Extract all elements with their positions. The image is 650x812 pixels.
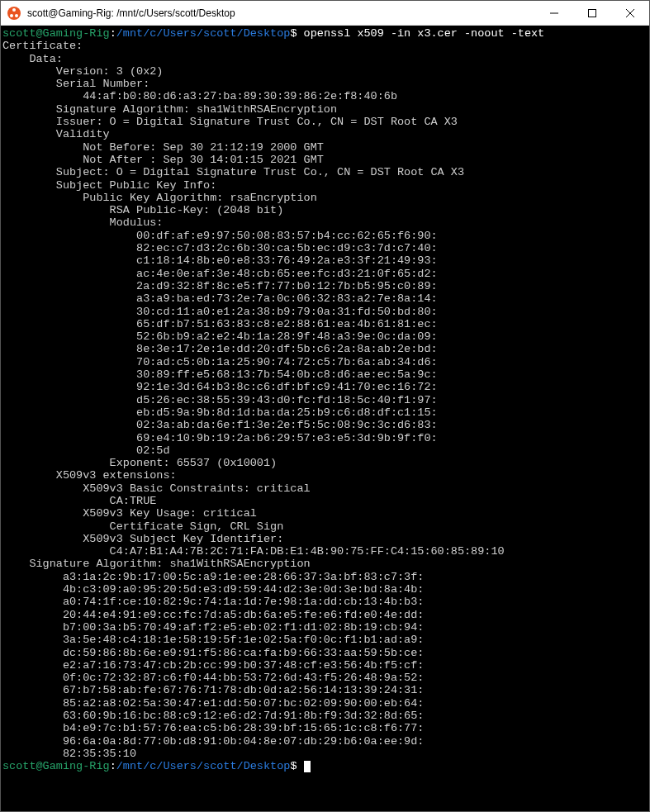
output-line: a3:a9:ba:ed:73:2e:7a:0c:06:32:83:a2:7e:8… bbox=[2, 292, 438, 305]
output-line: C4:A7:B1:A4:7B:2C:71:FA:DB:E1:4B:90:75:F… bbox=[2, 545, 505, 558]
output-line: 85:a2:a8:02:5a:30:47:e1:dd:50:07:bc:02:0… bbox=[2, 697, 424, 710]
output-line: b4:e9:7c:b1:57:76:ea:c5:b6:28:39:bf:15:6… bbox=[2, 722, 424, 734]
prompt-line-1: scott@Gaming-Rig:/mnt/c/Users/scott/Desk… bbox=[2, 27, 544, 40]
output-line: Subject Public Key Info: bbox=[2, 179, 216, 192]
output-line: 2a:d9:32:8f:8c:e5:f7:77:b0:12:7b:b5:95:c… bbox=[2, 280, 438, 292]
output-line: Modulus: bbox=[2, 216, 163, 229]
window-title: scott@Gaming-Rig: /mnt/c/Users/scott/Des… bbox=[27, 7, 535, 19]
output-line: 96:6a:0a:8d:77:0b:d8:91:0b:04:8e:07:db:2… bbox=[2, 735, 424, 748]
window-controls bbox=[535, 1, 649, 26]
output-line: 65:df:b7:51:63:83:c8:e2:88:61:ea:4b:61:8… bbox=[2, 318, 438, 330]
output-line: Validity bbox=[2, 128, 110, 140]
output-line: 52:6b:b9:a2:e2:4b:1a:28:9f:48:a3:9e:0c:d… bbox=[2, 330, 438, 343]
output-line: RSA Public-Key: (2048 bit) bbox=[2, 204, 283, 216]
titlebar[interactable]: scott@Gaming-Rig: /mnt/c/Users/scott/Des… bbox=[1, 1, 649, 26]
prompt-path: /mnt/c/Users/scott/Desktop bbox=[116, 760, 291, 772]
output-line: b7:00:3a:b5:70:49:af:f2:e5:eb:02:f1:d1:0… bbox=[2, 621, 424, 634]
terminal-window: scott@Gaming-Rig: /mnt/c/Users/scott/Des… bbox=[0, 0, 650, 812]
output-line: Not After : Sep 30 14:01:15 2021 GMT bbox=[2, 154, 324, 166]
output-line: 63:60:9b:16:bc:88:c9:12:e6:d2:7d:91:8b:f… bbox=[2, 710, 424, 722]
output-line: 30:89:ff:e5:68:13:7b:54:0b:c8:d6:ae:ec:5… bbox=[2, 368, 438, 381]
output-line: 02:3a:ab:da:6e:f1:3e:2e:f5:5c:08:9c:3c:d… bbox=[2, 419, 438, 431]
output-line: 3a:5e:48:c4:18:1e:58:19:5f:1e:02:5a:f0:0… bbox=[2, 634, 424, 646]
output-line: 0f:0c:72:32:87:c6:f0:44:bb:53:72:6d:43:f… bbox=[2, 672, 424, 684]
prompt-line-2: scott@Gaming-Rig:/mnt/c/Users/scott/Desk… bbox=[2, 760, 311, 772]
output-line: Serial Number: bbox=[2, 78, 149, 90]
output-line: ac:4e:0e:af:3e:48:cb:65:ee:fc:d3:21:0f:6… bbox=[2, 268, 438, 280]
output-line: X509v3 Subject Key Identifier: bbox=[2, 533, 283, 545]
command-text: openssl x509 -in x3.cer -noout -text bbox=[304, 27, 545, 40]
output-line: e2:a7:16:73:47:cb:2b:cc:99:b0:37:48:cf:e… bbox=[2, 659, 424, 672]
output-line: eb:d5:9a:9b:8d:1d:ba:da:25:b9:c6:d8:df:c… bbox=[2, 406, 438, 419]
output-line: 82:ec:c7:d3:2c:6b:30:ca:5b:ec:d9:c3:7d:c… bbox=[2, 242, 438, 254]
output-line: X509v3 Basic Constraints: critical bbox=[2, 482, 311, 495]
output-line: dc:59:86:8b:6e:e9:91:f5:86:ca:fa:b9:66:3… bbox=[2, 647, 424, 659]
output-line: CA:TRUE bbox=[2, 495, 156, 507]
output-line: Version: 3 (0x2) bbox=[2, 65, 163, 78]
output-line: Data: bbox=[2, 53, 63, 65]
output-line: Issuer: O = Digital Signature Trust Co.,… bbox=[2, 116, 458, 128]
output-line: 02:5d bbox=[2, 444, 170, 457]
output-line: Public Key Algorithm: rsaEncryption bbox=[2, 192, 317, 204]
prompt-user: scott@Gaming-Rig bbox=[2, 760, 110, 772]
output-line: X509v3 extensions: bbox=[2, 469, 177, 482]
output-line: c1:18:14:8b:e0:e8:33:76:49:2a:e3:3f:21:4… bbox=[2, 254, 438, 267]
output-line: 30:cd:11:a0:e1:2a:38:b9:79:0a:31:fd:50:b… bbox=[2, 306, 438, 318]
output-line: a0:74:1f:ce:10:82:9c:74:1a:1d:7e:98:1a:d… bbox=[2, 596, 424, 608]
svg-rect-1 bbox=[589, 9, 596, 17]
output-line: 8e:3e:17:2e:1e:dd:20:df:5b:c6:2a:8a:ab:2… bbox=[2, 343, 438, 355]
output-line: X509v3 Key Usage: critical bbox=[2, 507, 257, 520]
close-button[interactable] bbox=[611, 1, 649, 26]
output-line: 69:e4:10:9b:19:2a:b6:29:57:e3:e5:3d:9b:9… bbox=[2, 432, 438, 444]
output-line: Exponent: 65537 (0x10001) bbox=[2, 457, 277, 469]
output-line: Not Before: Sep 30 21:12:19 2000 GMT bbox=[2, 141, 324, 154]
ubuntu-icon bbox=[7, 7, 21, 20]
output-line: 00:df:af:e9:97:50:08:83:57:b4:cc:62:65:f… bbox=[2, 230, 438, 242]
prompt-path: /mnt/c/Users/scott/Desktop bbox=[116, 27, 291, 40]
output-line: 20:44:e4:91:e9:cc:fc:7d:a5:db:6a:e5:fe:e… bbox=[2, 609, 424, 621]
minimize-button[interactable] bbox=[535, 1, 573, 26]
output-line: Signature Algorithm: sha1WithRSAEncrypti… bbox=[2, 558, 311, 570]
prompt-user: scott@Gaming-Rig bbox=[2, 27, 110, 40]
terminal-area[interactable]: scott@Gaming-Rig:/mnt/c/Users/scott/Desk… bbox=[1, 26, 649, 811]
output-line: Subject: O = Digital Signature Trust Co.… bbox=[2, 166, 464, 178]
output-line: 67:b7:58:ab:fe:67:76:71:78:db:0d:a2:56:1… bbox=[2, 684, 424, 696]
output-line: 44:af:b0:80:d6:a3:27:ba:89:30:39:86:2e:f… bbox=[2, 90, 397, 102]
output-line: Signature Algorithm: sha1WithRSAEncrypti… bbox=[2, 103, 337, 116]
output-line: 70:ad:c5:0b:1a:25:90:74:72:c5:7b:6a:ab:3… bbox=[2, 356, 438, 368]
output-line: 4b:c3:09:a0:95:20:5d:e3:d9:59:44:d2:3e:0… bbox=[2, 583, 424, 596]
output-line: a3:1a:2c:9b:17:00:5c:a9:1e:ee:28:66:37:3… bbox=[2, 571, 424, 583]
cursor bbox=[304, 761, 311, 772]
output-line: Certificate: bbox=[2, 40, 83, 52]
output-line: d5:26:ec:38:55:39:43:d0:fc:fd:18:5c:40:f… bbox=[2, 394, 438, 406]
output-line: 92:1e:3d:64:b3:8c:c6:df:bf:c9:41:70:ec:1… bbox=[2, 381, 438, 393]
output-line: Certificate Sign, CRL Sign bbox=[2, 520, 283, 533]
maximize-button[interactable] bbox=[573, 1, 611, 26]
output-line: 82:35:35:10 bbox=[2, 748, 136, 760]
